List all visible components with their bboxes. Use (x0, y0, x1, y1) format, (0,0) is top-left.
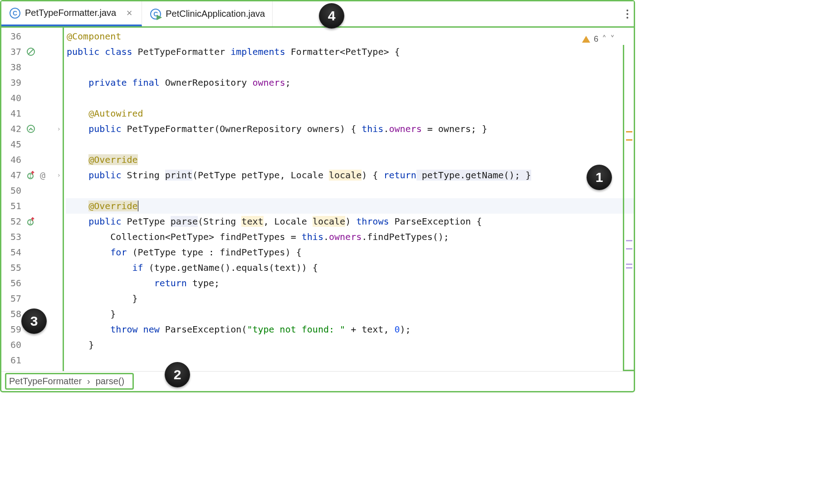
error-stripe-mark[interactable] (626, 267, 632, 269)
gutter-row: 52I (1, 214, 63, 229)
caret (138, 201, 138, 211)
prev-highlight-icon[interactable]: ˄ (602, 31, 607, 47)
recursive-icon[interactable] (26, 124, 36, 134)
callout-4: 4 (319, 3, 344, 29)
warning-icon (582, 36, 590, 43)
gutter-row: 51 (1, 198, 63, 214)
implements-icon[interactable]: I (26, 170, 36, 180)
gutter-row: 36 (1, 29, 63, 44)
no-entry-icon[interactable] (26, 47, 36, 57)
next-highlight-icon[interactable]: ˅ (610, 31, 615, 47)
breadcrumb-class[interactable]: PetTypeFormatter (9, 376, 82, 387)
breadcrumb-method[interactable]: parse() (96, 376, 124, 387)
callout-3: 3 (21, 308, 47, 334)
current-line: @Override (66, 198, 634, 214)
error-stripe-mark[interactable] (626, 131, 632, 132)
gutter-row: 61 (1, 352, 63, 368)
editor-tab-pettypeformatter[interactable]: C PetTypeFormatter.java × (1, 1, 142, 26)
fold-icon[interactable]: › (57, 125, 61, 132)
fold-icon[interactable]: › (57, 171, 61, 179)
gutter-row: 39 (1, 75, 63, 90)
editor-window: C PetTypeFormatter.java × C PetClinicApp… (0, 0, 635, 392)
chevron-right-icon: › (87, 376, 90, 387)
breadcrumbs[interactable]: PetTypeFormatter › parse() (5, 373, 134, 390)
gutter-row: 47I@› (1, 167, 63, 183)
gutter-row: 50 (1, 183, 63, 198)
error-stripe-mark[interactable] (626, 139, 632, 141)
svg-text:I: I (29, 220, 32, 225)
callout-1: 1 (587, 165, 612, 190)
editor-main-area: 36 37 38 39 40 41 42› 45 46 47I@› 50 51 … (1, 28, 634, 371)
editor-tab-petclinicapplication[interactable]: C PetClinicApplication.java (142, 1, 273, 26)
implements-icon[interactable]: I (26, 216, 36, 226)
gutter-row: 53 (1, 229, 63, 245)
svg-text:I: I (29, 174, 32, 179)
svg-line-1 (28, 49, 34, 54)
at-icon[interactable]: @ (38, 170, 48, 180)
warning-count: 6 (594, 31, 598, 47)
gutter-row: 45 (1, 137, 63, 152)
gutter-row: 42› (1, 121, 63, 137)
gutter-row: 57 (1, 291, 63, 306)
code-editor[interactable]: 6 ˄ ˅ @Component public class PetTypeFor… (64, 28, 634, 371)
gutter-row: 46 (1, 152, 63, 167)
gutter-row: 56 (1, 275, 63, 291)
code-text: @Component (67, 31, 121, 42)
editor-tab-bar: C PetTypeFormatter.java × C PetClinicApp… (1, 1, 634, 28)
error-stripe-mark[interactable] (626, 264, 632, 265)
gutter-row: 60 (1, 337, 63, 352)
callout-2: 2 (165, 362, 190, 387)
gutter-row: 54 (1, 245, 63, 260)
close-icon[interactable]: × (124, 8, 134, 18)
gutter-row: 55 (1, 260, 63, 275)
error-stripe-mark[interactable] (626, 248, 632, 250)
tab-label: PetTypeFormatter.java (25, 8, 116, 18)
gutter-row: 40 (1, 90, 63, 106)
error-stripe-mark[interactable] (626, 240, 632, 241)
gutter-row: 38 (1, 59, 63, 75)
class-icon: C (10, 8, 20, 19)
runnable-class-icon: C (150, 9, 161, 20)
gutter-row: 37 (1, 44, 63, 59)
tab-label: PetClinicApplication.java (166, 9, 265, 19)
inspections-widget[interactable]: 6 ˄ ˅ (582, 31, 615, 47)
gutter-row: 41 (1, 106, 63, 121)
error-stripe[interactable] (623, 45, 634, 371)
kebab-menu-icon[interactable] (626, 10, 628, 19)
breadcrumbs-bar: PetTypeFormatter › parse() (1, 371, 634, 391)
